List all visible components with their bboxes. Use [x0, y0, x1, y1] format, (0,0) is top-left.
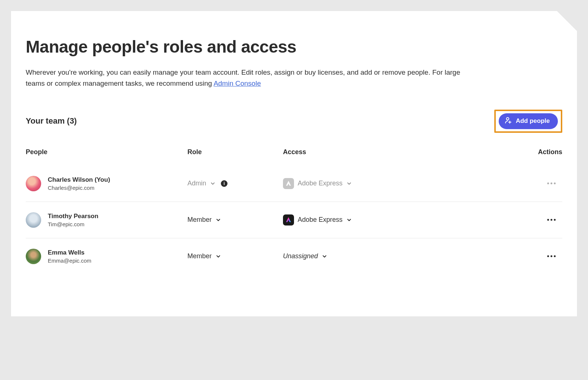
row-actions-menu[interactable] [545, 217, 558, 223]
col-people: People [26, 148, 187, 156]
chevron-down-icon [346, 217, 352, 223]
add-people-label: Add people [516, 117, 550, 125]
team-header-bar: Your team (3) Add people [26, 110, 562, 133]
access-label: Unassigned [283, 252, 318, 260]
col-access: Access [283, 148, 522, 156]
person-cell: Emma WellsEmma@epic.com [26, 249, 187, 264]
role-label: Member [187, 252, 212, 260]
page-description: Wherever you're working, you can easily … [26, 67, 467, 89]
page-curl-decoration [557, 11, 577, 31]
table-row: Emma WellsEmma@epic.comMemberUnassigned [26, 238, 562, 274]
person-email: Emma@epic.com [48, 258, 92, 264]
table-row: Timothy PearsonTim@epic.comMemberAdobe E… [26, 202, 562, 238]
chevron-down-icon [215, 217, 221, 223]
add-people-highlight: Add people [494, 110, 562, 133]
person-email: Charles@epic.com [48, 185, 110, 191]
row-actions-menu [545, 180, 558, 187]
chevron-down-icon [346, 181, 352, 187]
person-cell: Timothy PearsonTim@epic.com [26, 212, 187, 228]
team-header-title: Your team (3) [26, 116, 77, 126]
person-cell: Charles Wilson (You)Charles@epic.com [26, 176, 187, 191]
team-table: People Role Access Actions Charles Wilso… [26, 148, 562, 274]
row-actions-menu[interactable] [545, 253, 558, 259]
manage-roles-card: Manage people's roles and access Whereve… [11, 11, 577, 316]
info-icon[interactable]: i [221, 180, 227, 187]
role-label: Member [187, 216, 212, 224]
col-actions: Actions [522, 148, 562, 156]
adobe-express-icon [283, 214, 294, 225]
col-role: Role [187, 148, 283, 156]
access-label: Adobe Express [298, 180, 343, 187]
page-title: Manage people's roles and access [26, 37, 562, 57]
access-dropdown[interactable]: Adobe Express [283, 214, 522, 225]
admin-console-link[interactable]: Admin Console [214, 79, 261, 87]
role-dropdown[interactable]: Member [187, 216, 283, 224]
person-add-icon [505, 117, 512, 126]
access-dropdown[interactable]: Unassigned [283, 252, 522, 260]
actions-cell [522, 180, 562, 187]
table-header: People Role Access Actions [26, 148, 562, 166]
actions-cell [522, 253, 562, 259]
person-name: Emma Wells [48, 249, 92, 256]
avatar [26, 249, 41, 264]
person-email: Tim@epic.com [48, 221, 98, 227]
avatar [26, 212, 41, 228]
table-row: Charles Wilson (You)Charles@epic.comAdmi… [26, 166, 562, 202]
add-people-button[interactable]: Add people [499, 113, 558, 129]
svg-point-0 [506, 117, 509, 120]
role-dropdown: Admini [187, 180, 283, 187]
role-label: Admin [187, 180, 206, 187]
person-name: Timothy Pearson [48, 213, 98, 220]
chevron-down-icon [322, 253, 327, 259]
chevron-down-icon [210, 181, 216, 187]
adobe-express-icon [283, 178, 294, 189]
access-dropdown: Adobe Express [283, 178, 522, 189]
role-dropdown[interactable]: Member [187, 252, 283, 260]
access-label: Adobe Express [298, 216, 343, 224]
chevron-down-icon [215, 253, 221, 259]
person-name: Charles Wilson (You) [48, 176, 110, 184]
actions-cell [522, 217, 562, 223]
avatar [26, 176, 41, 191]
